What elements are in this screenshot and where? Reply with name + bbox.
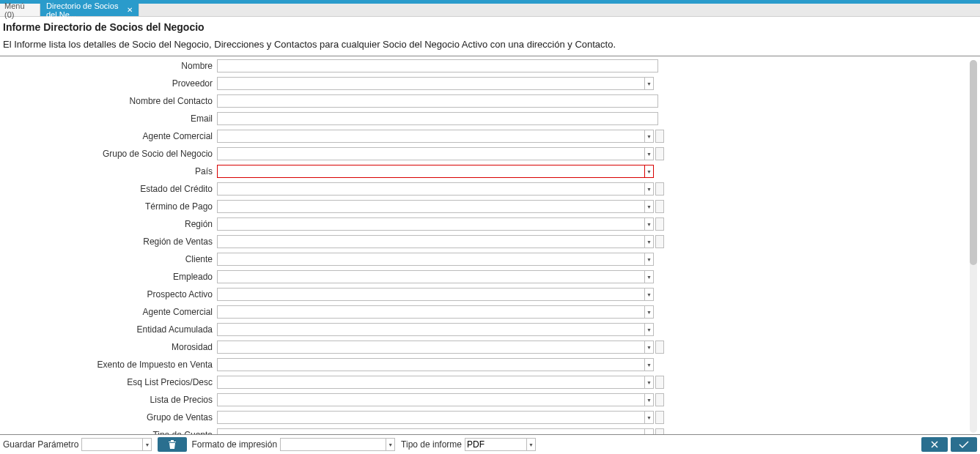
print-format-input[interactable] [280,438,386,451]
chevron-down-icon[interactable]: ▼ [645,305,654,319]
field-label: Entidad Acumulada [0,324,217,335]
chevron-down-icon[interactable]: ▼ [645,147,654,160]
field-label: Término de Pago [0,201,217,212]
field-input[interactable] [217,253,645,266]
field-input[interactable] [217,182,645,196]
footer-bar: Guardar Parámetro ▼ Formato de impresión… [0,434,980,454]
chevron-down-icon[interactable]: ▼ [645,270,654,283]
field-input[interactable] [217,130,645,143]
field-input[interactable] [217,235,645,248]
field-input-wrap: ▼ [217,340,664,354]
chevron-down-icon[interactable]: ▼ [645,358,654,371]
delete-button[interactable] [158,437,187,452]
cancel-button[interactable] [921,437,948,452]
form-row: Tipo de Cuenta▼ [0,428,965,434]
form-row: Prospecto Activo▼ [0,287,965,302]
chevron-down-icon[interactable]: ▼ [645,288,654,301]
lookup-button[interactable] [655,340,664,354]
field-label: Nombre del Contacto [0,96,217,106]
form-row: Exento de Impuesto en Venta▼ [0,357,965,372]
field-input-wrap: ▼ [217,235,664,248]
field-input[interactable] [217,340,645,354]
field-label: Esq List Precios/Desc [0,377,217,387]
lookup-button[interactable] [655,200,664,213]
lookup-button[interactable] [655,411,664,424]
field-input[interactable] [217,270,645,283]
field-input[interactable] [217,200,645,213]
form-row: Región▼ [0,217,965,231]
chevron-down-icon[interactable]: ▼ [645,165,654,178]
field-label: Región [0,219,217,229]
lookup-button[interactable] [655,147,664,160]
field-input[interactable] [217,94,658,108]
report-type-input[interactable] [465,438,527,451]
chevron-down-icon[interactable]: ▼ [645,130,654,143]
field-input-wrap [217,112,658,125]
lookup-button[interactable] [655,217,664,231]
chevron-down-icon[interactable]: ▼ [645,235,654,248]
confirm-button[interactable] [951,437,977,452]
page-description: El Informe lista los detalles de Socio d… [0,36,980,56]
trash-icon [168,439,177,450]
chevron-down-icon[interactable]: ▼ [645,340,654,354]
chevron-down-icon[interactable]: ▼ [645,428,654,434]
chevron-down-icon[interactable]: ▼ [645,323,654,336]
field-label: Grupo de Ventas [0,412,217,423]
field-input-wrap: ▼ [217,182,664,196]
form-row: Esq List Precios/Desc▼ [0,375,965,390]
form-row: Morosidad▼ [0,340,965,354]
form-row: Proveedor▼ [0,76,965,91]
field-input-wrap [217,59,658,72]
field-input[interactable] [217,165,645,178]
field-input[interactable] [217,376,645,389]
lookup-button[interactable] [655,376,664,389]
page-title: Informe Directorio de Socios del Negocio [0,17,980,36]
chevron-down-icon[interactable]: ▼ [645,376,654,389]
field-input-wrap: ▼ [217,77,654,90]
tab-menu[interactable]: Menú (0) [0,4,40,16]
chevron-down-icon[interactable]: ▼ [527,438,536,451]
lookup-button[interactable] [655,235,664,248]
field-input-wrap: ▼ [217,217,664,231]
field-label: Cliente [0,254,217,264]
field-input[interactable] [217,428,645,434]
field-label: Región de Ventas [0,237,217,247]
field-input[interactable] [217,323,645,336]
chevron-down-icon[interactable]: ▼ [645,182,654,196]
lookup-button[interactable] [655,393,664,406]
chevron-down-icon[interactable]: ▼ [645,393,654,406]
field-input[interactable] [217,147,645,160]
form-row: Grupo de Ventas▼ [0,410,965,425]
chevron-down-icon[interactable]: ▼ [645,253,654,266]
tab-menu-label: Menú (0) [4,1,35,19]
field-input[interactable] [217,288,645,301]
field-input[interactable] [217,59,658,72]
save-parameter-input[interactable] [81,438,143,451]
field-input[interactable] [217,112,658,125]
field-input[interactable] [217,358,645,371]
field-input[interactable] [217,393,645,406]
field-input[interactable] [217,217,645,231]
tab-active[interactable]: Directorio de Socios del Ne... ✕ [40,4,139,16]
field-input-wrap: ▼ [217,253,654,266]
tab-active-label: Directorio de Socios del Ne... [46,1,122,19]
field-input[interactable] [217,305,645,319]
lookup-button[interactable] [655,428,664,434]
chevron-down-icon[interactable]: ▼ [645,200,654,213]
chevron-down-icon[interactable]: ▼ [143,438,152,451]
scrollbar[interactable] [970,60,977,433]
scroll-thumb[interactable] [970,60,977,265]
lookup-button[interactable] [655,130,664,143]
chevron-down-icon[interactable]: ▼ [645,77,654,90]
field-input-wrap: ▼ [217,288,654,301]
report-type-label: Tipo de informe [401,439,462,450]
form-area: NombreProveedor▼Nombre del ContactoEmail… [0,59,965,434]
chevron-down-icon[interactable]: ▼ [386,438,395,451]
close-icon[interactable]: ✕ [127,6,133,14]
lookup-button[interactable] [655,182,664,196]
field-input-wrap: ▼ [217,147,664,160]
field-input[interactable] [217,411,645,424]
field-input[interactable] [217,77,645,90]
chevron-down-icon[interactable]: ▼ [645,411,654,424]
chevron-down-icon[interactable]: ▼ [645,217,654,231]
